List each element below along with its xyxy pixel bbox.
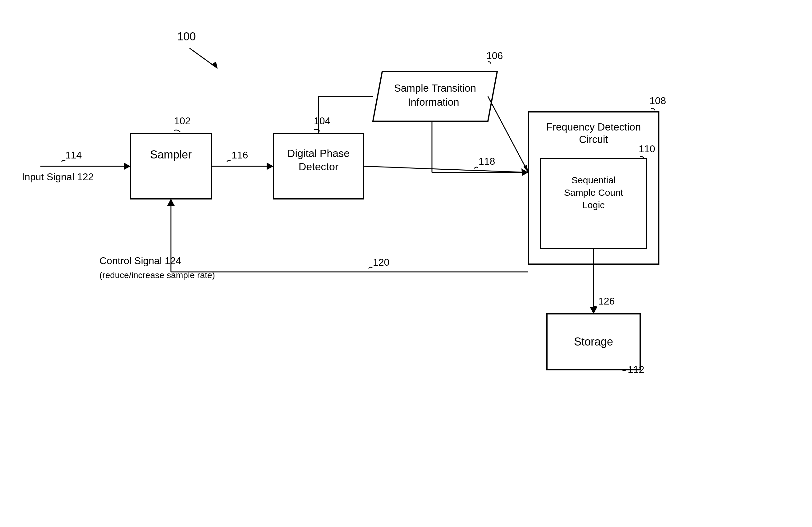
svg-marker-1 xyxy=(211,61,218,68)
dpd-label-1: Digital Phase xyxy=(288,147,350,159)
fdc-label-1: Frequency Detection xyxy=(546,121,641,133)
storage-label: Storage xyxy=(574,335,613,348)
dpd-to-fdc-line xyxy=(364,166,528,173)
ref-112: 112 xyxy=(628,364,644,375)
svg-marker-4 xyxy=(124,162,131,170)
ref-100: 100 xyxy=(177,30,196,43)
ref-126: 126 xyxy=(598,295,615,307)
sscl-label-2: Sample Count xyxy=(564,187,623,197)
ref-102: 102 xyxy=(174,115,190,127)
fdc-label-2: Circuit xyxy=(579,134,608,145)
input-signal-label: Input Signal 122 xyxy=(22,171,93,182)
sscl-label-3: Logic xyxy=(582,200,605,210)
ref-108: 108 xyxy=(650,95,666,106)
sti-label-2: Information xyxy=(408,96,459,108)
ref-114: 114 xyxy=(65,149,82,161)
sscl-label-1: Sequential xyxy=(571,175,615,185)
ref-118: 118 xyxy=(479,156,495,167)
svg-marker-7 xyxy=(167,199,175,206)
sti-label-1: Sample Transition xyxy=(394,82,476,94)
diagram-container: 100 Sampler 102 Digital Phase Detector 1… xyxy=(0,0,812,527)
svg-marker-3 xyxy=(590,307,597,314)
diagram-svg: 100 Sampler 102 Digital Phase Detector 1… xyxy=(0,0,812,527)
svg-marker-5 xyxy=(266,162,274,170)
ref-104: 104 xyxy=(314,115,330,127)
ref-116: 116 xyxy=(232,149,248,161)
sampler-box xyxy=(131,134,211,199)
dpd-label-2: Detector xyxy=(299,161,339,173)
ref-106: 106 xyxy=(486,50,503,61)
control-signal-label: Control Signal 124 xyxy=(99,255,181,266)
control-signal-sublabel: (reduce/increase sample rate) xyxy=(99,270,215,280)
ref-120: 120 xyxy=(373,257,389,268)
sampler-label: Sampler xyxy=(150,148,192,161)
ref-110: 110 xyxy=(639,143,655,155)
